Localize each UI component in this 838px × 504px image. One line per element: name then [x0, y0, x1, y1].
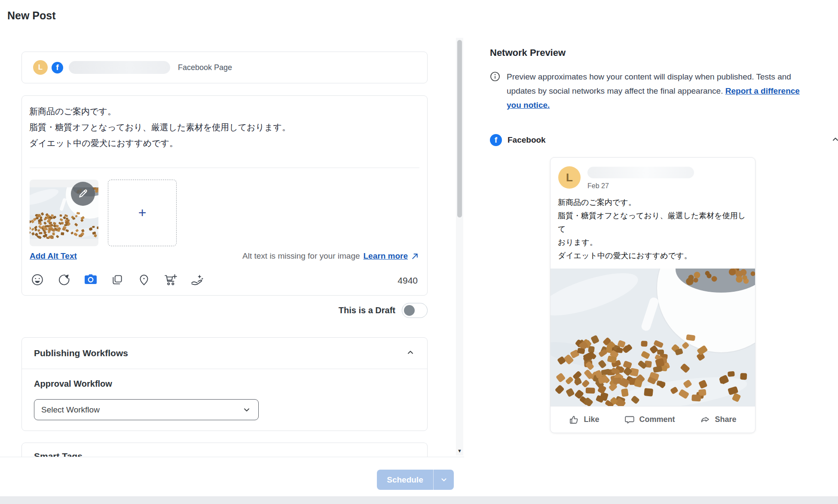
product-tag-button[interactable]	[164, 273, 177, 287]
post-date: Feb 27	[587, 182, 694, 190]
facebook-icon: f	[52, 62, 63, 73]
scrollbar-down-button[interactable]: ▼	[456, 447, 463, 455]
account-type-label: Facebook Page	[178, 63, 232, 72]
comment-label: Comment	[639, 415, 675, 424]
external-link-icon	[411, 253, 419, 260]
avatar: L	[558, 166, 581, 189]
post-text-line: ダイエット中の愛犬におすすめです。	[29, 135, 291, 151]
duplicate-button[interactable]	[110, 273, 124, 287]
next-section-card-clipped[interactable]: Smart Tags	[21, 443, 428, 457]
composer-pane: L f Facebook Page 新商品のご案内です。 脂質・糖質オフとなって…	[0, 30, 464, 457]
plus-icon: +	[138, 205, 147, 221]
account-selector[interactable]: L f Facebook Page	[21, 52, 428, 83]
facebook-icon: f	[490, 134, 502, 146]
collapse-chevron[interactable]	[406, 348, 415, 359]
schedule-options-button[interactable]	[433, 470, 454, 490]
post-editor-card: 新商品のご案内です。 脂質・糖質オフとなっており、厳選した素材を使用しております…	[21, 95, 428, 296]
chevron-up-icon	[831, 134, 838, 144]
schedule-button-group: Schedule	[377, 470, 454, 490]
post-text-line: おります。	[558, 236, 748, 249]
share-button[interactable]: Share	[700, 415, 736, 425]
draft-row: This is a Draft	[21, 303, 428, 318]
draft-label: This is a Draft	[339, 305, 395, 315]
draft-toggle[interactable]	[402, 303, 428, 318]
preview-disclaimer: Preview approximates how your content wi…	[490, 70, 808, 112]
post-text-line: 脂質・糖質オフとなっており、厳選した素材を使用して	[558, 209, 748, 236]
add-media-button[interactable]: +	[108, 180, 177, 246]
add-alt-text-link[interactable]: Add Alt Text	[30, 251, 77, 261]
workflow-select[interactable]: Select Workflow	[34, 399, 259, 420]
window-bottom-strip	[0, 496, 838, 504]
facebook-post-preview: L Feb 27 新商品のご案内です。 脂質・糖質オフとなっており、厳選した素材…	[550, 157, 755, 433]
alt-warning: Alt text is missing for your image Learn…	[242, 251, 419, 261]
chevron-down-icon	[242, 405, 251, 415]
info-icon	[490, 71, 500, 112]
post-text-line: ダイエット中の愛犬におすすめです。	[558, 249, 748, 263]
account-name-redacted	[69, 61, 170, 74]
location-pin-icon	[138, 273, 150, 286]
learn-more-link[interactable]: Learn more	[364, 251, 408, 261]
composer-toolbar	[31, 273, 204, 287]
disclaimer-text: Preview approximates how your content wi…	[507, 70, 807, 112]
thumbs-up-icon	[569, 415, 579, 425]
composer-footer: Schedule	[0, 457, 464, 496]
alt-text-row: Add Alt Text Alt text is missing for you…	[30, 251, 419, 261]
post-text: 新商品のご案内です。 脂質・糖質オフとなっており、厳選した素材を使用して おりま…	[551, 192, 755, 269]
divider	[30, 168, 419, 168]
vertical-scrollbar[interactable]: ▼	[456, 38, 463, 455]
post-text-editor[interactable]: 新商品のご案内です。 脂質・糖質オフとなっており、厳選した素材を使用しております…	[29, 104, 291, 151]
network-preview-title: Network Preview	[490, 47, 566, 58]
ai-assist-button[interactable]	[190, 273, 204, 287]
target-cursor-icon	[58, 273, 70, 286]
section-title: Publishing Workflows	[34, 348, 128, 358]
like-button[interactable]: Like	[569, 415, 599, 425]
dog-food-photo	[551, 269, 755, 406]
chevron-up-icon	[406, 348, 415, 357]
network-preview-pane: Network Preview Preview approximates how…	[464, 0, 838, 496]
publishing-workflows-card: Publishing Workflows Approval Workflow S…	[21, 337, 428, 431]
emoji-button[interactable]	[31, 273, 44, 287]
cart-plus-icon	[164, 273, 177, 286]
collapse-chevron[interactable]	[831, 134, 838, 146]
comment-button[interactable]: Comment	[624, 415, 675, 425]
layers-icon	[111, 273, 124, 286]
network-name: Facebook	[508, 135, 546, 145]
share-icon	[700, 415, 710, 425]
post-actions: Like Comment Share	[551, 406, 755, 433]
media-thumbnail[interactable]	[30, 180, 98, 246]
workflow-select-value: Select Workflow	[41, 405, 100, 415]
like-label: Like	[584, 415, 599, 424]
hand-sparkles-icon	[190, 273, 204, 286]
character-count: 4940	[398, 275, 418, 286]
post-text-line: 新商品のご案内です。	[558, 196, 748, 209]
post-header: L Feb 27	[551, 158, 755, 192]
post-text-line: 新商品のご案内です。	[29, 104, 291, 119]
mention-button[interactable]	[57, 273, 71, 287]
share-label: Share	[715, 415, 736, 424]
divider	[22, 369, 427, 369]
approval-workflow-label: Approval Workflow	[34, 379, 112, 389]
comment-icon	[624, 415, 635, 425]
new-post-window: New Post L f Facebook Page 新商品のご案内です。 脂質…	[0, 0, 838, 504]
toggle-knob	[404, 305, 415, 316]
schedule-button[interactable]: Schedule	[377, 470, 433, 490]
camera-icon	[84, 274, 98, 286]
post-text-line: 脂質・糖質オフとなっており、厳選した素材を使用しております。	[29, 119, 291, 135]
location-button[interactable]	[137, 273, 151, 287]
edit-media-button[interactable]	[71, 182, 95, 206]
chevron-down-icon	[440, 476, 448, 484]
scrollbar-thumb[interactable]	[457, 40, 462, 217]
facebook-section-header[interactable]: f Facebook	[490, 134, 838, 146]
avatar: L	[33, 60, 48, 75]
alt-warning-text: Alt text is missing for your image	[242, 251, 360, 261]
publishing-workflows-header[interactable]: Publishing Workflows	[22, 338, 427, 369]
emoji-icon	[31, 273, 44, 286]
pencil-icon	[77, 188, 89, 199]
media-button[interactable]	[84, 273, 98, 287]
page-title: New Post	[7, 9, 56, 22]
next-section-title: Smart Tags	[34, 451, 83, 457]
page-name-redacted	[587, 167, 694, 178]
